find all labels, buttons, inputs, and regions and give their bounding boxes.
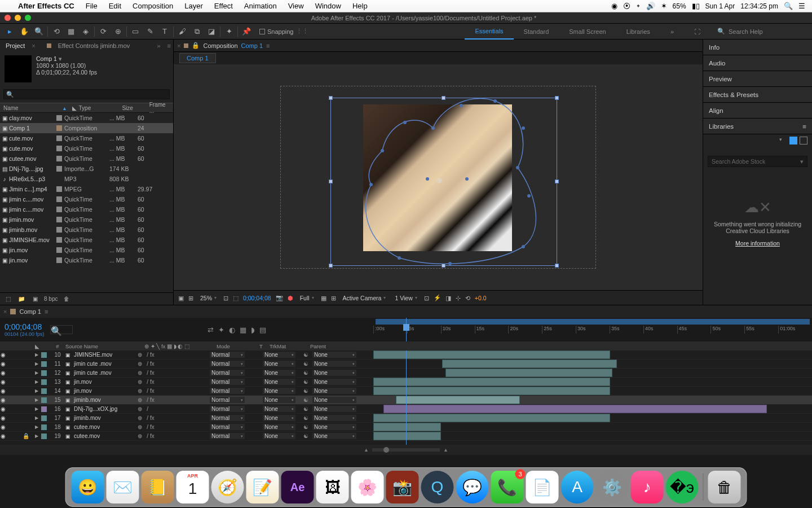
workspace-overflow[interactable]: » <box>660 24 684 40</box>
menubar-time[interactable]: 12:34:25 pm <box>740 2 778 10</box>
panel-preview[interactable]: Preview <box>703 71 812 87</box>
project-item[interactable]: ▣jin.movQuickTime... MB60 <box>0 245 173 255</box>
dock-quicktime[interactable]: Q <box>421 471 454 503</box>
type-tool[interactable]: T <box>158 26 171 37</box>
time-ruler[interactable]: :00s5s10s15s20s25s30s35s40s45s50s55s01:0… <box>373 318 812 341</box>
help-search[interactable]: 🔍 Search Help <box>713 28 809 35</box>
always-preview-icon[interactable]: ▣ <box>178 295 184 301</box>
dock-notes[interactable]: 📝 <box>246 471 279 503</box>
layer-bar[interactable] <box>442 360 617 368</box>
wifi-icon[interactable]: ✶ <box>661 2 667 10</box>
brush-tool[interactable]: 🖌 <box>176 26 188 37</box>
lib-grid-view-icon[interactable] <box>789 137 797 144</box>
draft3d-icon[interactable]: ✦ <box>218 326 224 334</box>
project-item[interactable]: ▣JIMINSHE.movQuickTime... MB60 <box>0 235 173 245</box>
composition-viewer[interactable]: ⊕ <box>174 64 703 290</box>
dock-spotify[interactable]: �э <box>666 471 699 503</box>
lib-list-view-icon[interactable] <box>800 137 807 144</box>
dock-pages[interactable]: 📄 <box>526 471 559 503</box>
project-item[interactable]: ▣jin.movQuickTime... MB60 <box>0 255 173 265</box>
panel-libraries[interactable]: Libraries≡ <box>703 119 812 134</box>
comp-tab-close-icon[interactable]: × <box>177 42 180 49</box>
timeline-menu-icon[interactable]: ≡ <box>45 308 48 315</box>
timeline-icon[interactable]: ◨ <box>445 295 451 301</box>
project-item[interactable]: ▣jimin c....movQuickTime... MB60 <box>0 204 173 214</box>
col-label-icon[interactable]: ◣ <box>69 105 76 111</box>
project-item[interactable]: ▣jiminb.movQuickTime... MB60 <box>0 225 173 235</box>
volume-icon[interactable]: 🔊 <box>646 2 655 10</box>
motion-blur-icon[interactable]: ◗ <box>251 326 255 334</box>
dock-settings[interactable]: ⚙️ <box>596 471 629 503</box>
layer-bar[interactable] <box>373 432 441 440</box>
comp-flowchart-icon[interactable]: ▾ <box>59 55 62 62</box>
comp-panel-name[interactable]: Comp 1 <box>241 42 263 49</box>
project-item[interactable]: ▣cutee.movQuickTime... MB60 <box>0 154 173 164</box>
resolution-dropdown[interactable]: Full▾ <box>298 295 316 301</box>
reset-exposure-icon[interactable]: ⟲ <box>465 295 470 301</box>
eraser-tool[interactable]: ◪ <box>205 26 218 37</box>
work-area[interactable] <box>376 319 810 325</box>
project-item[interactable]: ▣Jimin c...].mp4MPEG... MB29.97 <box>0 184 173 194</box>
project-item[interactable]: ▣cute.movQuickTime... MB60 <box>0 133 173 143</box>
notification-center-icon[interactable]: ☰ <box>798 2 805 10</box>
exposure-value[interactable]: +0.0 <box>475 295 487 301</box>
app-name[interactable]: After Effects CC <box>12 2 80 10</box>
project-item[interactable]: ▤DNj-7lg....jpgImporte...G174 KB <box>0 164 173 174</box>
pan-camera-tool[interactable]: ▦ <box>65 26 77 37</box>
close-window-icon[interactable] <box>5 15 11 21</box>
menu-edit[interactable]: Edit <box>103 2 127 10</box>
tab-project[interactable]: Project <box>2 42 28 49</box>
panel-effects-presets[interactable]: Effects & Presets <box>703 87 812 103</box>
dock-facetime[interactable]: 📞3 <box>491 471 524 503</box>
comp-mini-flowchart-icon[interactable]: ⇄ <box>208 326 214 334</box>
project-item[interactable]: ▣clay.movQuickTime... MB60 <box>0 113 173 123</box>
comp-thumbnail[interactable] <box>5 55 32 82</box>
zoom-in-icon[interactable]: ▲ <box>443 447 448 453</box>
rotation-tool[interactable]: ⟳ <box>97 26 109 37</box>
selection-tool[interactable]: ▸ <box>3 26 16 37</box>
adobe-stock-search[interactable]: Search Adobe Stock▾ <box>708 156 807 167</box>
workspace-essentials[interactable]: Essentials <box>465 24 513 40</box>
timeline-search[interactable]: 🔍 <box>50 325 73 334</box>
project-item[interactable]: ▣cute.movQuickTime... MB60 <box>0 143 173 154</box>
timeline-layers[interactable]: ◉▶10▣JIMINSHE.mov⊕ / fxNormal▾None▾☯None… <box>0 351 812 445</box>
project-item-list[interactable]: ▣clay.movQuickTime... MB60▣Comp 1Composi… <box>0 113 173 292</box>
dock-safari[interactable]: 🧭 <box>211 471 244 503</box>
camera-dropdown[interactable]: Active Camera▾ <box>341 295 389 301</box>
timeline-timecode[interactable]: 0;00;04;08 <box>5 322 45 331</box>
channel-icon[interactable]: ⬢ <box>288 295 293 301</box>
menu-help[interactable]: Help <box>347 2 373 10</box>
layer-bar[interactable] <box>383 405 767 413</box>
workspace-libraries[interactable]: Libraries <box>616 24 660 40</box>
playhead[interactable] <box>406 318 407 341</box>
graph-editor-icon[interactable]: ▤ <box>259 326 266 334</box>
tab-close-icon[interactable]: × <box>32 42 35 49</box>
dock-mail[interactable]: ✉️ <box>107 471 139 503</box>
hand-tool[interactable]: ✋ <box>18 26 30 37</box>
minimize-window-icon[interactable] <box>15 15 21 21</box>
zoom-out-icon[interactable]: ▲ <box>364 447 369 453</box>
dock-finder[interactable]: 😀 <box>72 471 104 503</box>
workspace-small-screen[interactable]: Small Screen <box>559 24 616 40</box>
menu-window[interactable]: Window <box>310 2 347 10</box>
menubar-extra-icon[interactable]: ⦿ <box>623 2 630 10</box>
project-item[interactable]: ♪HRe6xL5...p3MP3808 KB <box>0 174 173 184</box>
orbit-tool[interactable]: ⟲ <box>50 26 63 37</box>
anchor-point-icon[interactable]: ⊕ <box>436 177 442 185</box>
dolly-tool[interactable]: ◈ <box>80 26 92 37</box>
col-size[interactable]: Size <box>118 105 145 111</box>
current-time[interactable]: 0;00;04;08 <box>243 295 271 301</box>
comp-lock-icon[interactable]: 🔒 <box>192 42 200 49</box>
battery-icon[interactable]: ▮▯ <box>692 2 700 10</box>
project-item[interactable]: ▣jimin.movQuickTime... MB60 <box>0 214 173 225</box>
dock-calendar[interactable]: APR1 <box>176 471 209 503</box>
col-name[interactable]: Name <box>0 105 60 111</box>
new-folder-icon[interactable]: 📁 <box>17 296 26 302</box>
col-type[interactable]: Type <box>76 105 119 111</box>
layer-bar[interactable] <box>373 423 441 431</box>
layer-bar[interactable] <box>373 351 610 359</box>
col-frame[interactable]: Frame ... <box>146 102 173 114</box>
project-item[interactable]: ▣Comp 1Composition24 <box>0 123 173 133</box>
puppet-tool[interactable]: 📌 <box>240 26 253 37</box>
more-information-link[interactable]: More information <box>710 240 805 247</box>
